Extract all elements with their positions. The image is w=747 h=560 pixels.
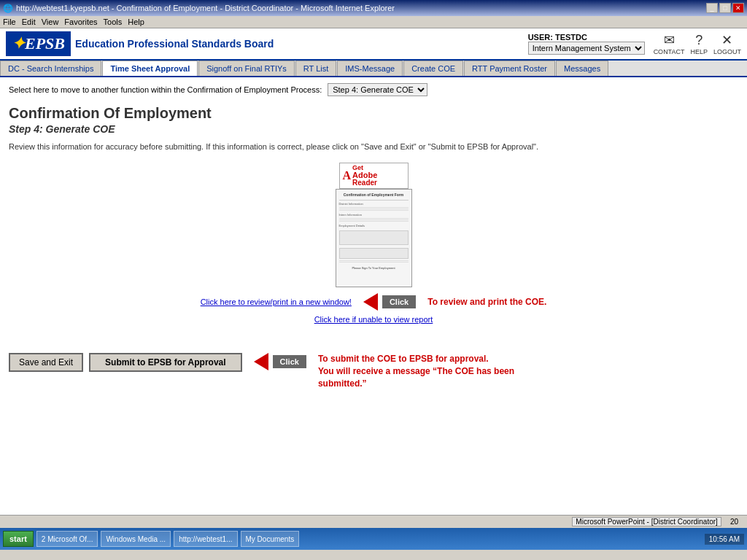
app-title: Education Professional Standards Board xyxy=(75,38,274,50)
submit-red-arrow-icon xyxy=(254,353,268,370)
taskbar-item-3[interactable]: My Documents xyxy=(241,531,300,547)
menu-file[interactable]: File xyxy=(3,18,16,26)
taskbar-item-2[interactable]: http://webtest1... xyxy=(174,531,237,547)
step-select-dropdown[interactable]: Step 4: Generate COE Step 1: Search Step… xyxy=(328,83,427,96)
ppt-status-label: Microsoft PowerPoint - [District Coordin… xyxy=(572,517,721,526)
menu-edit[interactable]: Edit xyxy=(22,18,36,26)
review-print-link[interactable]: Click here to review/print in a new wind… xyxy=(201,298,352,306)
menu-favorites[interactable]: Favorites xyxy=(64,18,97,26)
taskbar: start 2 Microsoft Of... Windows Media ..… xyxy=(0,528,747,550)
tab-messages[interactable]: Messages xyxy=(556,61,608,76)
header-icons: ✉ CONTACT ? HELP ✕ LOGOUT xyxy=(654,32,741,55)
doc-preview-area: A Get Adobe Reader Confirmation of Emplo… xyxy=(9,163,738,287)
click-button[interactable]: Click xyxy=(382,295,416,308)
title-bar: 🌐 http://webtest1.kyepsb.net - Confirmat… xyxy=(0,0,747,16)
doc-thumbnail: Confirmation of Employment Form District… xyxy=(336,189,412,287)
review-notice: Review this information for accuracy bef… xyxy=(9,142,738,151)
tab-timesheet[interactable]: Time Sheet Approval xyxy=(102,61,198,76)
submit-click-button[interactable]: Click xyxy=(273,355,306,368)
logo-area: ✦EPSB Education Professional Standards B… xyxy=(6,31,274,56)
tab-rtt-payment[interactable]: RTT Payment Roster xyxy=(464,61,555,76)
restore-button[interactable]: □ xyxy=(719,3,731,13)
review-link-row: Click here to review/print in a new wind… xyxy=(9,293,738,311)
contact-button[interactable]: ✉ CONTACT xyxy=(654,32,685,55)
review-instruction-text: To review and print the COE. xyxy=(427,297,546,307)
page-subtitle: Step 4: Generate COE xyxy=(9,123,738,135)
bottom-area: Save and Exit Submit to EPSB for Approva… xyxy=(9,353,738,389)
red-arrow-icon xyxy=(363,293,378,311)
menu-help[interactable]: Help xyxy=(128,18,144,26)
main-content: Select here to move to another function … xyxy=(0,77,747,515)
ims-system-select[interactable]: Intern Management System xyxy=(528,42,645,55)
menu-view[interactable]: View xyxy=(42,18,59,26)
submit-epsb-button[interactable]: Submit to EPSB for Approval xyxy=(89,353,242,372)
start-button[interactable]: start xyxy=(3,531,34,547)
button-group: Save and Exit Submit to EPSB for Approva… xyxy=(9,353,242,372)
tab-signoff[interactable]: Signoff on Final RTIYs xyxy=(198,61,295,76)
menu-bar: File Edit View Favorites Tools Help xyxy=(0,16,747,28)
logo: ✦EPSB xyxy=(6,31,71,56)
ie-icon: 🌐 xyxy=(3,4,13,13)
ims-select-row: Intern Management System xyxy=(528,42,645,55)
close-button[interactable]: ✕ xyxy=(732,3,744,13)
save-exit-button[interactable]: Save and Exit xyxy=(9,353,83,372)
page-number: 20 xyxy=(727,518,741,526)
unable-link-row: Click here if unable to view report xyxy=(9,315,738,324)
adobe-text-group: Get Adobe Reader xyxy=(352,165,377,187)
taskbar-item-1[interactable]: Windows Media ... xyxy=(101,531,171,547)
title-bar-controls: _ □ ✕ xyxy=(706,3,744,13)
help-label: HELP xyxy=(690,48,708,55)
adobe-icon: A xyxy=(343,169,352,182)
tab-dc-search[interactable]: DC - Search Internships xyxy=(0,61,101,76)
tab-create-coe[interactable]: Create COE xyxy=(403,61,463,76)
step-select-row: Select here to move to another function … xyxy=(9,83,738,96)
nav-tabs: DC - Search Internships Time Sheet Appro… xyxy=(0,61,747,77)
logo-text: EPSB xyxy=(25,34,65,52)
unable-view-link[interactable]: Click here if unable to view report xyxy=(314,315,433,324)
adobe-badge: A Get Adobe Reader xyxy=(339,163,409,189)
contact-label: CONTACT xyxy=(654,48,685,55)
step-select-label: Select here to move to another function … xyxy=(9,85,322,94)
click-arrow-group: Click xyxy=(363,293,416,311)
tab-rt-list[interactable]: RT List xyxy=(295,61,336,76)
user-area: USER: TESTDC Intern Management System ✉ … xyxy=(528,32,741,55)
logo-star: ✦ xyxy=(12,34,25,52)
window-title: http://webtest1.kyepsb.net - Confirmatio… xyxy=(16,4,395,12)
user-info: USER: TESTDC Intern Management System xyxy=(528,33,645,55)
taskbar-item-0[interactable]: 2 Microsoft Of... xyxy=(36,531,98,547)
logout-icon: ✕ xyxy=(721,32,732,48)
page-title: Confirmation Of Employment xyxy=(9,105,738,122)
user-label: USER: TESTDC xyxy=(528,33,645,42)
title-bar-left: 🌐 http://webtest1.kyepsb.net - Confirmat… xyxy=(3,4,395,13)
taskbar-clock: 10:56 AM xyxy=(705,534,744,545)
help-button[interactable]: ? HELP xyxy=(690,33,708,55)
menu-tools[interactable]: Tools xyxy=(104,18,123,26)
help-icon: ? xyxy=(695,33,703,48)
taskbar-right: 10:56 AM xyxy=(705,534,744,545)
mail-icon: ✉ xyxy=(664,32,675,48)
submit-arrow-group: Click xyxy=(254,353,306,370)
tab-ims-message[interactable]: IMS-Message xyxy=(337,61,403,76)
logout-label: LOGOUT xyxy=(713,48,741,55)
logout-button[interactable]: ✕ LOGOUT xyxy=(713,32,741,55)
minimize-button[interactable]: _ xyxy=(706,3,718,13)
ppt-status-bar: Microsoft PowerPoint - [District Coordin… xyxy=(0,515,747,528)
app-header: ✦EPSB Education Professional Standards B… xyxy=(0,28,747,61)
submit-instruction-text: To submit the COE to EPSB for approval. … xyxy=(318,353,522,389)
